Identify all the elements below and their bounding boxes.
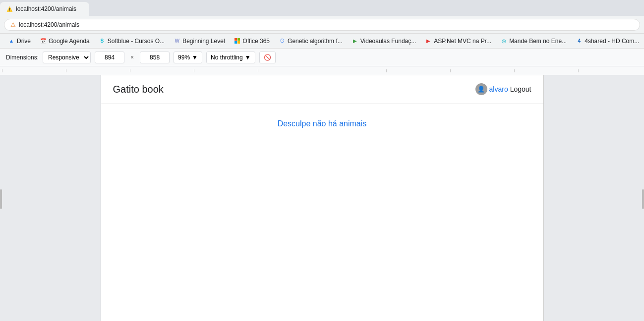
left-scroll-indicator: [0, 189, 2, 209]
google-icon: G: [279, 38, 286, 45]
softblue-icon: S: [99, 38, 106, 45]
ruler: [0, 66, 644, 75]
bookmark-4shared[interactable]: 4 4shared - HD Com...: [572, 36, 643, 46]
bookmarks-bar: ▲ Drive 📅 Google Agenda S Softblue - Cur…: [0, 34, 644, 49]
empty-message: Desculpe não há animais: [278, 119, 367, 128]
bookmark-label: Beginning Level: [182, 38, 225, 45]
address-bar-row: ⚠ localhost:4200/animais: [0, 16, 644, 34]
dimensions-mode-select[interactable]: Responsive: [43, 52, 91, 63]
width-input[interactable]: 894: [95, 52, 124, 63]
microsoft-icon: [234, 38, 240, 44]
bookmark-google-agenda[interactable]: 📅 Google Agenda: [36, 36, 94, 46]
aspnet-icon: ▶: [425, 38, 432, 45]
user-name-link[interactable]: alvaro: [489, 85, 508, 93]
no-background-icon: 🚫: [264, 54, 271, 61]
bookmark-label: Videoaulas Fundaç...: [360, 38, 416, 45]
logout-link[interactable]: Logout: [510, 85, 531, 93]
drive-icon: ▲: [8, 38, 15, 45]
app-header: Gatito book 👤 alvaro Logout: [101, 75, 543, 104]
bookmark-label: Google Agenda: [49, 38, 90, 45]
devtools-toolbar: Dimensions: Responsive 894 × 858 99% ▼ N…: [0, 49, 644, 66]
ruler-mark: [258, 69, 322, 72]
bookmark-label: Softblue - Cursos O...: [108, 38, 165, 45]
mande-bem-icon: ◎: [500, 38, 507, 45]
active-tab[interactable]: ⚠️ localhost:4200/animais: [0, 2, 89, 16]
videoaulas-icon: ▶: [351, 38, 358, 45]
tab-bar: ⚠️ localhost:4200/animais: [0, 0, 644, 16]
throttle-dropdown-icon: ▼: [245, 54, 251, 61]
height-input[interactable]: 858: [140, 52, 170, 63]
app-title: Gatito book: [113, 84, 164, 95]
app-viewport: Gatito book 👤 alvaro Logout Desculpe não…: [101, 75, 544, 321]
zoom-dropdown-icon: ▼: [192, 54, 198, 61]
ruler-mark: [514, 69, 578, 72]
ruler-mark: [130, 69, 194, 72]
no-background-button[interactable]: 🚫: [259, 52, 276, 63]
ruler-mark: [578, 69, 642, 72]
bookmark-label: Office 365: [243, 38, 270, 45]
tab-title: localhost:4200/animais: [16, 5, 76, 12]
bookmark-label: Drive: [17, 38, 31, 45]
ruler-marks: [0, 69, 644, 72]
bookmark-label: Mande Bem no Ene...: [509, 38, 567, 45]
bookmark-beginning-level[interactable]: W Beginning Level: [170, 36, 229, 46]
bookmark-drive[interactable]: ▲ Drive: [4, 36, 35, 46]
avatar: 👤: [475, 83, 487, 95]
bookmark-label: 4shared - HD Com...: [585, 38, 639, 45]
office365-icon: [234, 38, 241, 45]
address-bar[interactable]: ⚠ localhost:4200/animais: [4, 19, 640, 31]
address-text: localhost:4200/animais: [19, 21, 79, 28]
throttle-button[interactable]: No throttling ▼: [206, 52, 255, 63]
right-scroll-indicator: [642, 189, 644, 209]
beginning-level-icon: W: [174, 38, 180, 45]
security-warning-icon: ⚠: [10, 21, 16, 28]
ruler-mark: [450, 69, 514, 72]
throttle-label: No throttling: [211, 54, 243, 61]
bookmark-videoaulas[interactable]: ▶ Videoaulas Fundaç...: [348, 36, 420, 46]
ruler-mark: [2, 69, 66, 72]
bookmark-label: Genetic algorithm f...: [288, 38, 343, 45]
tab-favicon: ⚠️: [6, 5, 13, 12]
ruler-mark: [386, 69, 450, 72]
bookmark-label: ASP.Net MVC na Pr...: [434, 38, 491, 45]
dimensions-label: Dimensions:: [6, 54, 39, 61]
user-section: 👤 alvaro Logout: [475, 83, 531, 95]
ruler-mark: [66, 69, 130, 72]
bookmark-softblue[interactable]: S Softblue - Cursos O...: [95, 36, 169, 46]
bookmark-aspnet[interactable]: ▶ ASP.Net MVC na Pr...: [421, 36, 495, 46]
viewport-wrapper: Gatito book 👤 alvaro Logout Desculpe não…: [0, 75, 644, 321]
ruler-mark: [322, 69, 386, 72]
4shared-icon: 4: [576, 38, 583, 45]
zoom-button[interactable]: 99% ▼: [174, 52, 202, 63]
app-body: Desculpe não há animais: [101, 104, 543, 140]
zoom-value: 99%: [178, 54, 190, 61]
bookmark-mande-bem[interactable]: ◎ Mande Bem no Ene...: [496, 36, 571, 46]
google-agenda-icon: 📅: [40, 38, 47, 45]
bookmark-genetic-algorithm[interactable]: G Genetic algorithm f...: [275, 36, 347, 46]
ruler-mark: [194, 69, 258, 72]
dimension-separator: ×: [128, 54, 136, 61]
bookmark-office365[interactable]: Office 365: [230, 36, 274, 46]
